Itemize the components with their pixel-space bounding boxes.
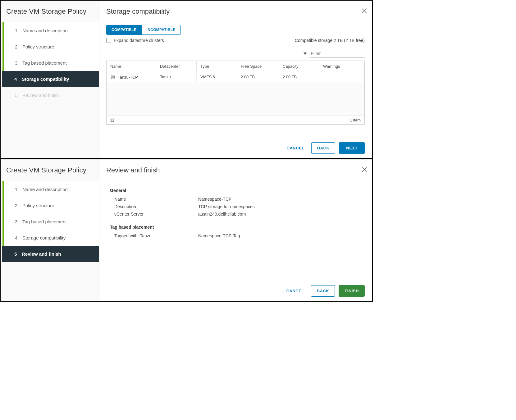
step-indicator	[2, 197, 4, 213]
filter-icon[interactable]	[303, 52, 307, 56]
datastore-icon	[110, 75, 115, 80]
close-button[interactable]	[361, 7, 368, 14]
page-title: Storage compatibility	[106, 7, 365, 16]
kv-value: austin240.dellhcilab.com	[198, 212, 365, 217]
main-pane: Review and finish General Name Namespace…	[99, 159, 372, 301]
next-button[interactable]: NEXT	[339, 142, 365, 154]
step-number: 1	[15, 187, 22, 192]
step-label: Review and finish	[22, 251, 61, 257]
wizard-step-storage-compatibility[interactable]: 4 Storage compatibility	[2, 71, 99, 87]
step-indicator	[2, 230, 4, 246]
cell-name: Tanzu-TCP	[107, 72, 156, 82]
step-indicator	[2, 213, 4, 230]
datastore-table: Name Datacenter Type Free Space Capacity…	[106, 61, 365, 125]
kv-label: Name	[114, 197, 198, 202]
wizard-panel-storage-compatibility: Create VM Storage Policy 1 Name and desc…	[0, 0, 373, 159]
wizard-step-review-finish[interactable]: 5 Review and finish	[2, 246, 99, 262]
storage-summary: Compatible storage 2 TB (2 TB free)	[295, 38, 365, 43]
cancel-button[interactable]: CANCEL	[283, 285, 307, 296]
step-indicator	[2, 87, 4, 103]
wizard-step-name-description[interactable]: 1 Name and description	[2, 181, 99, 197]
col-free-space[interactable]: Free Space	[237, 61, 279, 72]
step-indicator	[2, 181, 4, 197]
columns-icon[interactable]	[110, 118, 115, 122]
cell-name-text: Tanzu-TCP	[118, 75, 138, 80]
kv-tagged-with: Tagged with: Tanzu Namespace-TCP-Tag	[110, 232, 365, 240]
step-label: Tag based placement	[22, 60, 67, 66]
kv-value: Namespace-TCP-Tag	[198, 233, 365, 238]
col-datacenter[interactable]: Datacenter	[156, 61, 197, 72]
back-button[interactable]: BACK	[311, 142, 336, 154]
main-pane: Storage compatibility COMPATIBLE INCOMPA…	[99, 1, 372, 158]
close-icon	[361, 166, 368, 173]
table-footer: 1 item	[107, 116, 364, 124]
filter-input[interactable]	[310, 50, 365, 57]
cell-type: VMFS 6	[197, 72, 237, 82]
wizard-step-tag-placement[interactable]: 3 Tag based placement	[2, 213, 99, 230]
step-number: 5	[14, 251, 22, 257]
cell-warnings	[319, 72, 364, 82]
page-title: Review and finish	[106, 166, 365, 174]
review-content: General Name Namespace-TCP Description T…	[106, 184, 365, 240]
table-row[interactable]: Tanzu-TCP Tanzu VMFS 6 2.00 TB 2.00 TB	[107, 72, 364, 82]
step-label: Name and description	[22, 28, 68, 33]
step-number: 3	[15, 60, 22, 66]
close-button[interactable]	[361, 166, 368, 173]
svg-rect-2	[112, 119, 113, 121]
wizard-step-policy-structure[interactable]: 2 Policy structure	[2, 39, 99, 55]
step-label: Policy structure	[22, 203, 54, 208]
step-number: 4	[15, 235, 22, 240]
step-label: Storage compatibility	[22, 76, 69, 82]
wizard-step-storage-compatibility[interactable]: 4 Storage compatibility	[2, 230, 99, 246]
wizard-footer: CANCEL BACK FINISH	[106, 281, 365, 301]
step-label: Review and finish	[22, 93, 59, 98]
finish-button[interactable]: FINISH	[339, 285, 365, 297]
svg-point-0	[111, 75, 115, 76]
wizard-step-tag-placement[interactable]: 3 Tag based placement	[2, 55, 99, 71]
svg-rect-3	[113, 119, 114, 121]
step-indicator	[2, 55, 4, 71]
wizard-step-policy-structure[interactable]: 2 Policy structure	[2, 197, 99, 213]
wizard-footer: CANCEL BACK NEXT	[106, 138, 365, 158]
col-capacity[interactable]: Capacity	[279, 61, 319, 72]
step-label: Storage compatibility	[22, 235, 66, 240]
step-number: 5	[15, 93, 22, 98]
step-number: 3	[15, 219, 22, 224]
item-count: 1 item	[350, 118, 361, 122]
step-label: Name and description	[22, 187, 68, 192]
step-number: 2	[15, 203, 22, 208]
kv-description: Description TCP storage for namespaces	[110, 203, 365, 210]
step-number: 1	[15, 28, 22, 33]
col-type[interactable]: Type	[197, 61, 237, 72]
kv-value: Namespace-TCP	[198, 197, 365, 202]
cell-free: 2.00 TB	[237, 72, 279, 82]
cell-datacenter: Tanzu	[156, 72, 197, 82]
step-number: 4	[14, 76, 22, 82]
back-button[interactable]: BACK	[311, 285, 335, 297]
tag-placement-section-heading: Tag based placement	[110, 225, 365, 230]
general-section-heading: General	[110, 188, 365, 193]
step-label: Policy structure	[22, 44, 54, 49]
wizard-panel-review-finish: Create VM Storage Policy 1 Name and desc…	[0, 159, 373, 302]
wizard-title: Create VM Storage Policy	[1, 166, 99, 181]
cell-capacity: 2.00 TB	[279, 72, 319, 82]
wizard-sidebar: Create VM Storage Policy 1 Name and desc…	[1, 159, 99, 301]
table-header: Name Datacenter Type Free Space Capacity…	[107, 61, 364, 72]
step-indicator	[2, 22, 4, 39]
step-number: 2	[15, 44, 22, 49]
kv-label: Description	[114, 204, 198, 209]
col-name[interactable]: Name	[107, 61, 156, 72]
step-indicator	[2, 246, 3, 262]
expand-clusters-checkbox[interactable]: Expand datastore clusters	[106, 38, 164, 43]
kv-label: Tagged with: Tanzu	[114, 233, 198, 238]
compatibility-toggle: COMPATIBLE INCOMPATIBLE	[106, 25, 181, 35]
step-indicator	[2, 39, 4, 55]
kv-value: TCP storage for namespaces	[198, 204, 365, 209]
tab-incompatible[interactable]: INCOMPATIBLE	[142, 25, 180, 34]
tab-compatible[interactable]: COMPATIBLE	[107, 25, 142, 34]
table-body: Tanzu-TCP Tanzu VMFS 6 2.00 TB 2.00 TB	[107, 72, 364, 116]
step-label: Tag based placement	[22, 219, 67, 224]
col-warnings[interactable]: Warnings	[319, 61, 364, 72]
wizard-step-name-description[interactable]: 1 Name and description	[2, 22, 99, 39]
cancel-button[interactable]: CANCEL	[284, 143, 308, 153]
